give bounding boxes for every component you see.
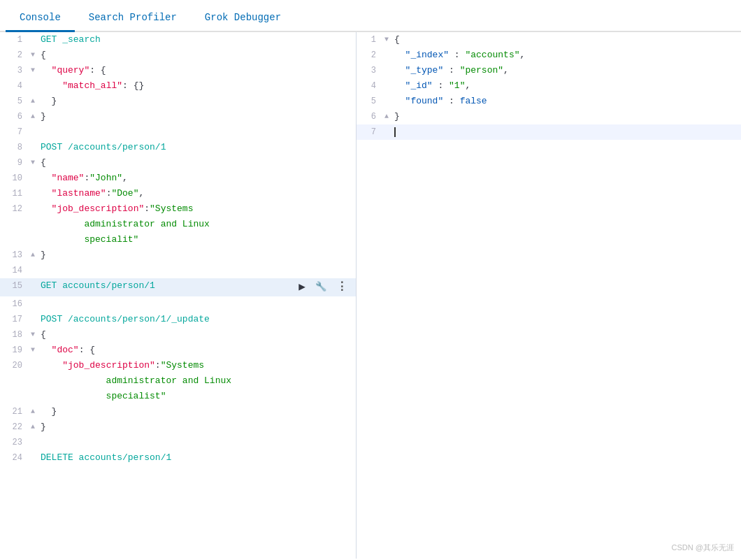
editor-line-1: 1 GET _search xyxy=(0,32,356,48)
editor-line-10: 10 "name":"John", xyxy=(0,171,356,186)
line-15-actions[interactable]: ▶ 🔧 ⋮ xyxy=(296,278,356,296)
editor-line-19: 19 ▼ "doc": { xyxy=(0,343,356,358)
output-code: 1 ▼ { 2 "_index" : "accounts", 3 "_type"… xyxy=(357,32,741,140)
editor-line-9: 9 ▼ { xyxy=(0,155,356,171)
editor-line-7: 7 xyxy=(0,124,356,140)
editor-line-8: 8 POST /accounts/person/1 xyxy=(0,140,356,155)
editor-line-17: 17 POST /accounts/person/1/_update xyxy=(0,312,356,327)
editor-line-23: 23 xyxy=(0,435,356,450)
output-line-3: 3 "_type" : "person", xyxy=(357,63,741,78)
more-button[interactable]: ⋮ xyxy=(333,278,350,296)
watermark: CSDN @其乐无涯 xyxy=(672,543,734,553)
code-editor[interactable]: 1 GET _search 2 ▼ { 3 ▼ "query": { 4 "ma… xyxy=(0,32,356,466)
editor-line-12: 12 "job_description":"Systems administra… xyxy=(0,201,356,247)
output-line-1: 1 ▼ { xyxy=(357,32,741,48)
editor-line-13: 13 ▲ } xyxy=(0,247,356,263)
editor-line-3: 3 ▼ "query": { xyxy=(0,63,356,78)
editor-line-24: 24 DELETE accounts/person/1 xyxy=(0,450,356,466)
run-button[interactable]: ▶ xyxy=(296,278,308,296)
output-panel: 1 ▼ { 2 "_index" : "accounts", 3 "_type"… xyxy=(357,32,741,559)
output-line-4: 4 "_id" : "1", xyxy=(357,78,741,94)
editor-line-2: 2 ▼ { xyxy=(0,48,356,63)
editor-panel[interactable]: 1 GET _search 2 ▼ { 3 ▼ "query": { 4 "ma… xyxy=(0,32,357,559)
editor-line-18: 18 ▼ { xyxy=(0,327,356,343)
editor-line-11: 11 "lastname":"Doe", xyxy=(0,186,356,201)
wrench-button[interactable]: 🔧 xyxy=(312,278,329,296)
tab-console[interactable]: Console xyxy=(6,3,75,32)
main-content: 1 GET _search 2 ▼ { 3 ▼ "query": { 4 "ma… xyxy=(0,32,741,559)
tab-grok-debugger[interactable]: Grok Debugger xyxy=(191,3,295,32)
editor-line-14: 14 xyxy=(0,263,356,278)
editor-line-16: 16 xyxy=(0,296,356,312)
output-line-6: 6 ▲ } xyxy=(357,109,741,124)
editor-line-4: 4 "match_all": {} xyxy=(0,78,356,94)
tab-bar: Console Search Profiler Grok Debugger xyxy=(0,0,741,32)
editor-line-5: 5 ▲ } xyxy=(0,94,356,109)
tab-search-profiler[interactable]: Search Profiler xyxy=(75,3,191,32)
output-line-5: 5 "found" : false xyxy=(357,94,741,109)
output-line-7: 7 xyxy=(357,124,741,140)
editor-line-20: 20 "job_description":"Systems administra… xyxy=(0,358,356,404)
editor-line-21: 21 ▲ } xyxy=(0,404,356,419)
editor-line-22: 22 ▲ } xyxy=(0,419,356,435)
output-line-2: 2 "_index" : "accounts", xyxy=(357,48,741,63)
editor-line-6: 6 ▲ } xyxy=(0,109,356,124)
editor-line-15[interactable]: 15 GET accounts/person/1 ▶ 🔧 ⋮ xyxy=(0,278,356,296)
